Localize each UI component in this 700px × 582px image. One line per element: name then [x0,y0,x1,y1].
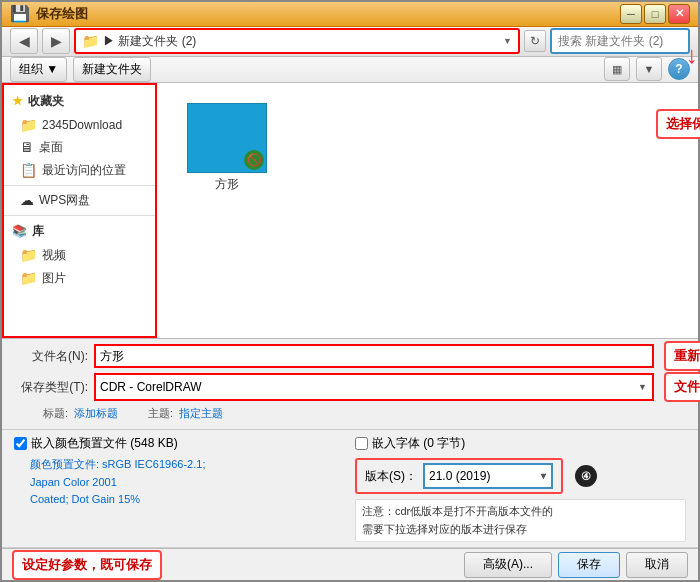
sidebar-item-2345download[interactable]: 📁 2345Download [4,114,155,136]
sidebar-item-label-recent: 最近访问的位置 [42,162,126,179]
sidebar-item-label-wps: WPS网盘 [39,192,90,209]
file-icon-badge: 🚫 [244,150,264,170]
embed-color-label: 嵌入颜色预置文件 (548 KB) [31,435,178,452]
annotation4-text: 注意：cdr低版本是打不开高版本文件的需要下拉选择对应的版本进行保存 [355,499,686,542]
sidebar-item-pictures[interactable]: 📁 图片 [4,267,155,290]
view-button[interactable]: ▦ [604,57,630,81]
address-bar[interactable]: 📁 ▶ 新建文件夹 (2) ▼ [74,28,520,54]
title-bar: 💾 保存绘图 ─ □ ✕ [2,2,698,27]
dialog-window: 💾 保存绘图 ─ □ ✕ ◀ ▶ 📁 ▶ 新建文件夹 (2) ▼ ↻ 🔍 组织 … [0,0,700,582]
secondary-toolbar: 组织 ▼ 新建文件夹 ▦ ▼ ? [2,57,698,83]
filetype-select[interactable]: CDR - CorelDRAW [96,375,652,399]
annotation3-text: 文件格式为cdr格式 [664,372,700,402]
close-button[interactable]: ✕ [668,4,690,24]
favorites-header[interactable]: ★ 收藏夹 [4,89,155,114]
filetype-row: 保存类型(T): CDR - CorelDRAW ③ 文件格式为cdr格式 [14,373,686,401]
advanced-button[interactable]: 高级(A)... [464,552,552,578]
sidebar-item-label-2345: 2345Download [42,118,122,132]
main-area: ★ 收藏夹 📁 2345Download 🖥 桌面 📋 最近访问的位置 ☁ WP… [2,83,698,339]
address-toolbar: ◀ ▶ 📁 ▶ 新建文件夹 (2) ▼ ↻ 🔍 [2,27,698,57]
title-icon: 💾 [10,4,30,23]
view-dropdown-button[interactable]: ▼ [636,57,662,81]
folder-icon: 📁 [82,33,99,49]
title-controls: ─ □ ✕ [620,4,690,24]
search-input[interactable] [558,34,700,48]
version-select-wrapper: 21.0 (2019) 20.0 (2018) 19.0 (2017) 18.0… [423,463,553,489]
forward-button[interactable]: ▶ [42,28,70,54]
minimize-button[interactable]: ─ [620,4,642,24]
file-icon: 🚫 [187,103,267,173]
options-area: 嵌入颜色预置文件 (548 KB) 颜色预置文件: sRGB IEC61966-… [2,430,698,548]
content-area: 🚫 方形 ↓ ① 选择保存位置 [157,83,698,338]
library-icon: 📚 [12,224,27,238]
library-header[interactable]: 📚 库 [4,219,155,244]
right-options: 嵌入字体 (0 字节) 版本(S)： 21.0 (2019) 20.0 (201… [355,435,686,542]
filename-input[interactable] [94,344,654,368]
organize-label: 组织 ▼ [19,61,58,78]
back-button[interactable]: ◀ [10,28,38,54]
meta-row: 标题: 添加标题 主题: 指定主题 [14,406,686,421]
folder-icon-2345: 📁 [20,117,37,133]
sidebar-item-recent[interactable]: 📋 最近访问的位置 [4,159,155,182]
recent-icon: 📋 [20,162,37,178]
address-chevron-icon[interactable]: ▼ [503,36,512,46]
embed-fonts-label: 嵌入字体 (0 字节) [372,435,465,452]
title-meta-label: 标题: [14,406,74,421]
desktop-icon: 🖥 [20,139,34,155]
file-icon-label: 方形 [215,176,239,193]
filename-label: 文件名(N): [14,348,94,365]
wps-icon: ☁ [20,192,34,208]
embed-color-checkbox-row[interactable]: 嵌入颜色预置文件 (548 KB) [14,435,345,452]
pictures-icon: 📁 [20,270,37,286]
form-area: 文件名(N): ② 重新命名 保存类型(T): CDR - CorelDRAW … [2,339,698,430]
subject-meta-value[interactable]: 指定主题 [179,406,223,421]
color-profile-info: 颜色预置文件: sRGB IEC61966-2.1; Japan Color 2… [14,456,345,509]
arrow-down-icon: ↓ [686,41,698,69]
new-folder-label: 新建文件夹 [82,61,142,78]
bottom-bar: ▲ 隐藏文件● ⑤ 设定好参数，既可保存 高级(A)... 保存 取消 [2,548,698,580]
filename-row: 文件名(N): ② 重新命名 [14,344,686,368]
title-text: 保存绘图 [36,5,620,23]
file-item[interactable]: 🚫 方形 [187,103,267,193]
annotation1-group: ↓ ① 选择保存位置 [656,93,678,135]
save-button[interactable]: 保存 [558,552,620,578]
version-select[interactable]: 21.0 (2019) 20.0 (2018) 19.0 (2017) 18.0… [423,463,553,489]
embed-fonts-checkbox-row[interactable]: 嵌入字体 (0 字节) [355,435,686,452]
library-label: 库 [32,223,44,240]
annotation4-badge: ④ [575,465,597,487]
sidebar-item-desktop[interactable]: 🖥 桌面 [4,136,155,159]
favorites-label: 收藏夹 [28,93,64,110]
embed-color-checkbox[interactable] [14,437,27,450]
video-icon: 📁 [20,247,37,263]
subject-meta-label: 主题: [148,406,179,421]
version-row: 版本(S)： 21.0 (2019) 20.0 (2018) 19.0 (201… [355,458,686,494]
star-icon: ★ [12,94,23,108]
left-options: 嵌入颜色预置文件 (548 KB) 颜色预置文件: sRGB IEC61966-… [14,435,345,542]
annotation5-text: 设定好参数，既可保存 [12,550,162,580]
address-path: ▶ 新建文件夹 (2) [103,33,499,50]
hidden-files-section: ▲ 隐藏文件● ⑤ 设定好参数，既可保存 [12,554,119,576]
organize-button[interactable]: 组织 ▼ [10,57,67,82]
title-meta-value[interactable]: 添加标题 [74,406,148,421]
new-folder-button[interactable]: 新建文件夹 [73,57,151,82]
cancel-button[interactable]: 取消 [626,552,688,578]
action-buttons: 高级(A)... 保存 取消 [464,552,688,578]
maximize-button[interactable]: □ [644,4,666,24]
refresh-button[interactable]: ↻ [524,30,546,52]
search-bar[interactable]: 🔍 [550,28,690,54]
sidebar-item-label-video: 视频 [42,247,66,264]
annotation1-text: 选择保存位置 [656,109,700,139]
embed-fonts-checkbox[interactable] [355,437,368,450]
version-label: 版本(S)： [365,468,417,485]
sidebar-item-video[interactable]: 📁 视频 [4,244,155,267]
sidebar: ★ 收藏夹 📁 2345Download 🖥 桌面 📋 最近访问的位置 ☁ WP… [2,83,157,338]
sidebar-item-wps[interactable]: ☁ WPS网盘 [4,189,155,212]
sidebar-item-label-pictures: 图片 [42,270,66,287]
annotation2-text: 重新命名 [664,341,700,371]
filetype-label: 保存类型(T): [14,379,94,396]
sidebar-item-label-desktop: 桌面 [39,139,63,156]
